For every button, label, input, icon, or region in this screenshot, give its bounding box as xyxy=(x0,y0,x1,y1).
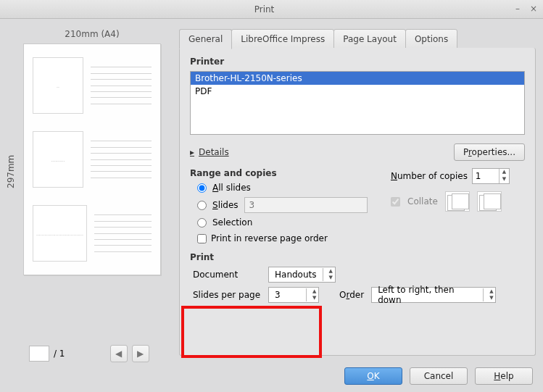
general-panel: Printer Brother-HL-2150N-series PDF ▸ De… xyxy=(179,48,536,356)
page-input[interactable] xyxy=(29,346,49,362)
details-toggle[interactable]: ▸ Details xyxy=(190,147,229,157)
properties-button[interactable]: Properties... xyxy=(454,143,525,161)
radio-selection[interactable] xyxy=(197,218,207,228)
help-button[interactable]: Help xyxy=(475,367,533,385)
order-select[interactable]: Left to right, then down ▲▼ xyxy=(371,287,496,303)
close-icon[interactable]: × xyxy=(527,3,540,16)
window-title: Print xyxy=(17,4,511,14)
radio-all-slides[interactable] xyxy=(197,183,207,193)
label-selection: Selection xyxy=(212,217,252,228)
prev-page-button[interactable]: ◀ xyxy=(110,345,128,362)
reverse-order-checkbox[interactable] xyxy=(197,234,207,243)
tab-impress[interactable]: LibreOffice Impress xyxy=(231,29,334,49)
slides-range-input xyxy=(244,197,368,213)
label-reverse: Print in reverse page order xyxy=(211,233,328,243)
radio-slides[interactable] xyxy=(197,201,207,210)
copies-spinner[interactable]: ▲▼ xyxy=(472,168,510,184)
tab-bar: General LibreOffice Impress Page Layout … xyxy=(179,29,457,49)
document-label: Document xyxy=(193,270,261,280)
collate-label: Collate xyxy=(407,196,438,207)
slides-per-page-label: Slides per page xyxy=(193,290,261,300)
slides-per-page-select[interactable]: 3 ▲▼ xyxy=(268,287,319,303)
collate-icon-2 xyxy=(477,191,502,212)
collate-icon xyxy=(445,191,470,212)
label-slides: Slides xyxy=(212,200,239,210)
pager: / 1 ◀ ▶ xyxy=(29,345,149,362)
order-label: Order xyxy=(339,290,364,300)
annotation-highlight xyxy=(181,306,322,358)
copies-label: Number of copies xyxy=(391,171,469,181)
preview-pane: 210mm (A4) 297mm .. .......... .........… xyxy=(9,29,175,275)
document-select[interactable]: Handouts ▲▼ xyxy=(268,267,336,283)
up-arrow-icon[interactable]: ▲ xyxy=(500,169,509,176)
printer-item-1[interactable]: PDF xyxy=(191,85,524,98)
next-page-button[interactable]: ▶ xyxy=(132,345,149,362)
tab-options[interactable]: Options xyxy=(405,29,457,49)
dialog-footer: OK Cancel Help xyxy=(344,367,533,385)
page-total: / 1 xyxy=(54,349,65,359)
cancel-button[interactable]: Cancel xyxy=(410,367,468,385)
printer-list[interactable]: Brother-HL-2150N-series PDF xyxy=(190,71,525,135)
copies-block: Number of copies ▲▼ Collate xyxy=(391,168,525,212)
titlebar: Print – × xyxy=(0,0,543,19)
down-arrow-icon[interactable]: ▼ xyxy=(500,176,509,183)
copies-input[interactable] xyxy=(473,169,499,183)
page-width-label: 210mm (A4) xyxy=(9,29,175,39)
preview-page: .. .......... ..........................… xyxy=(23,43,161,275)
printer-item-0[interactable]: Brother-HL-2150N-series xyxy=(191,72,524,85)
printer-header: Printer xyxy=(190,57,525,67)
label-all-slides: All slides xyxy=(212,183,251,193)
chevron-right-icon: ▸ xyxy=(190,147,194,157)
page-height-label: 297mm xyxy=(6,155,16,188)
ok-button[interactable]: OK xyxy=(344,367,402,385)
minimize-icon[interactable]: – xyxy=(511,3,524,16)
tab-page-layout[interactable]: Page Layout xyxy=(333,29,406,49)
print-header: Print xyxy=(190,252,525,262)
collate-checkbox xyxy=(391,197,400,207)
tab-general[interactable]: General xyxy=(179,29,232,49)
